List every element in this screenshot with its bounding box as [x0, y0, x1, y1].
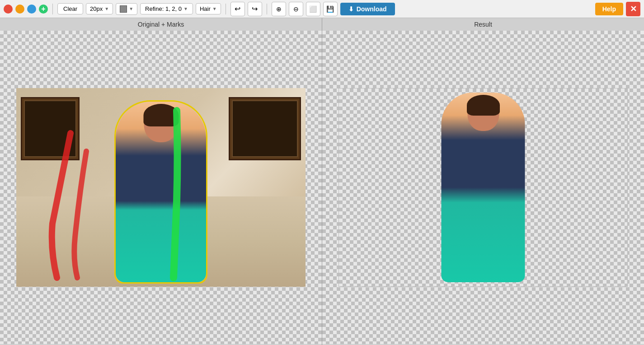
- zoom-out-button[interactable]: ⊖: [289, 2, 303, 16]
- hair-arrow: ▼: [212, 6, 217, 11]
- window-left: [21, 97, 80, 160]
- result-person-container: [442, 93, 525, 282]
- help-button[interactable]: Help: [595, 3, 623, 15]
- window-maximize-button[interactable]: [27, 5, 36, 14]
- zoom-out-icon: ⊖: [293, 5, 299, 13]
- fit-icon: ⬜: [309, 5, 317, 13]
- hair-dropdown[interactable]: Hair ▼: [196, 3, 221, 14]
- brush-size-value: 20px: [90, 5, 103, 12]
- redo-button[interactable]: ↪: [248, 2, 262, 16]
- window-right: [229, 97, 301, 160]
- zoom-in-icon: ⊕: [276, 5, 282, 13]
- color-swatch: [120, 5, 127, 13]
- window-minimize-button[interactable]: [15, 5, 24, 14]
- person-head: [144, 104, 178, 142]
- refine-label: Refine: 1, 2, 0: [145, 5, 182, 12]
- main-area: Original + Marks: [0, 18, 644, 345]
- divider-3: [267, 4, 267, 14]
- redo-icon: ↪: [252, 5, 258, 13]
- original-image-container: [16, 88, 306, 287]
- result-person-head: [467, 95, 499, 131]
- right-panel: Result: [322, 18, 644, 345]
- fit-button[interactable]: ⬜: [306, 2, 320, 16]
- brush-size-arrow: ▼: [104, 6, 109, 11]
- color-picker-dropdown[interactable]: ▼: [116, 3, 137, 15]
- refine-arrow: ▼: [183, 6, 188, 11]
- hair-label: Hair: [200, 5, 211, 12]
- undo-button[interactable]: ↩: [230, 2, 245, 16]
- download-label: Download: [357, 5, 387, 13]
- left-panel: Original + Marks: [0, 18, 322, 345]
- download-icon: ⬇: [348, 5, 354, 13]
- result-image-container: [338, 88, 628, 287]
- left-panel-title: Original + Marks: [0, 18, 322, 31]
- save-icon: 💾: [326, 5, 334, 13]
- toolbar: + Clear 20px ▼ ▼ Refine: 1, 2, 0 ▼ Hair …: [0, 0, 644, 18]
- color-arrow: ▼: [129, 6, 133, 11]
- undo-icon: ↩: [235, 5, 240, 13]
- divider-1: [52, 4, 53, 14]
- app-close-button[interactable]: ✕: [626, 2, 640, 16]
- refine-dropdown[interactable]: Refine: 1, 2, 0 ▼: [140, 3, 193, 14]
- right-panel-title: Result: [322, 18, 644, 31]
- brush-size-dropdown[interactable]: 20px ▼: [86, 3, 113, 14]
- save-button[interactable]: 💾: [323, 2, 338, 16]
- right-canvas[interactable]: [322, 31, 644, 344]
- zoom-in-button[interactable]: ⊕: [272, 2, 286, 16]
- download-button[interactable]: ⬇ Download: [340, 3, 395, 15]
- clear-button[interactable]: Clear: [57, 3, 83, 14]
- window-close-button[interactable]: [4, 5, 13, 14]
- left-canvas[interactable]: [0, 31, 322, 344]
- person-hair: [143, 104, 179, 126]
- result-person-hair: [467, 95, 500, 116]
- window-new-button[interactable]: +: [39, 5, 48, 14]
- divider-2: [226, 4, 226, 14]
- person-container: [116, 102, 206, 282]
